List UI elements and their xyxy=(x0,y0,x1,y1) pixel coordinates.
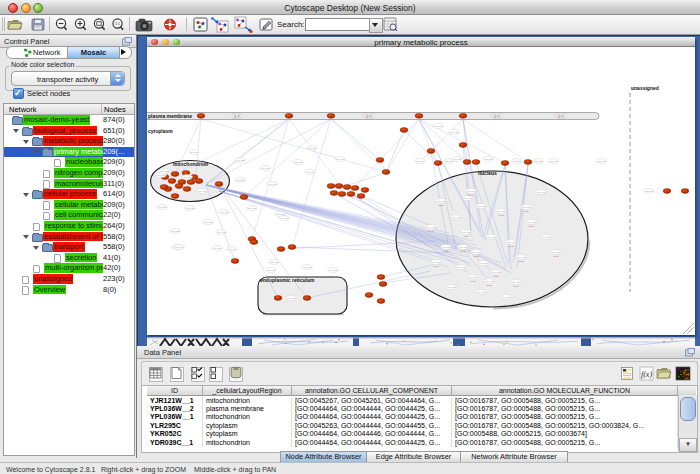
svg-text:Yxx-xW: Yxx-xW xyxy=(303,266,312,269)
svg-text:Yxx-xW: Yxx-xW xyxy=(527,221,536,224)
svg-text:Yxx-xW: Yxx-xW xyxy=(217,231,226,234)
svg-text:plasma membrane: plasma membrane xyxy=(148,113,192,119)
svg-text:0x45: 0x45 xyxy=(553,255,559,258)
svg-text:Yxx-xW: Yxx-xW xyxy=(270,261,279,264)
svg-text:0x45: 0x45 xyxy=(518,260,524,263)
svg-text:[y-x]: [y-x] xyxy=(366,114,372,118)
svg-text:Yxx-xW: Yxx-xW xyxy=(447,286,456,289)
svg-text:Yxx-xW: Yxx-xW xyxy=(236,179,245,182)
svg-text:Yxx-xW: Yxx-xW xyxy=(507,241,516,244)
svg-text:Yxx-xW: Yxx-xW xyxy=(186,207,195,210)
svg-text:Yxx-xW: Yxx-xW xyxy=(477,205,486,208)
svg-text:Yxx-xW: Yxx-xW xyxy=(204,221,213,224)
svg-text:Yxx-xW: Yxx-xW xyxy=(427,226,436,229)
svg-text:Yxx-xW: Yxx-xW xyxy=(198,190,207,193)
svg-text:Yxx-xW: Yxx-xW xyxy=(487,236,496,239)
svg-text:Yxx-xW: Yxx-xW xyxy=(534,160,543,163)
svg-text:[y-x]: [y-x] xyxy=(494,114,500,118)
svg-text:Yxx-xW: Yxx-xW xyxy=(512,281,521,284)
svg-text:0x45: 0x45 xyxy=(443,250,449,253)
svg-text:0x45: 0x45 xyxy=(428,230,434,233)
svg-text:0x45: 0x45 xyxy=(473,255,479,258)
svg-text:Yxx-xW: Yxx-xW xyxy=(502,296,511,299)
svg-text:Yxx-xW: Yxx-xW xyxy=(442,246,451,249)
svg-text:1:1: 1:1 xyxy=(115,22,120,26)
svg-text:Yxx-xW: Yxx-xW xyxy=(336,158,345,161)
svg-text:Yxx-xW: Yxx-xW xyxy=(472,251,481,254)
svg-text:Yxx-xW: Yxx-xW xyxy=(537,191,546,194)
svg-text:0x45: 0x45 xyxy=(513,285,519,288)
svg-text:Yxx-xW: Yxx-xW xyxy=(484,158,493,161)
svg-text:0x45: 0x45 xyxy=(460,250,466,253)
svg-text:Yxx-xW: Yxx-xW xyxy=(171,230,180,233)
svg-text:Yxx-xW: Yxx-xW xyxy=(522,206,531,209)
svg-text:Yxx-xW: Yxx-xW xyxy=(183,176,192,179)
svg-text:Yxx-xW: Yxx-xW xyxy=(492,271,501,274)
svg-text:Yxx-xW: Yxx-xW xyxy=(158,206,167,209)
svg-text:Yxx-xW: Yxx-xW xyxy=(453,158,462,161)
svg-text:Yxx-xW: Yxx-xW xyxy=(485,280,494,283)
svg-text:Yxx-xW: Yxx-xW xyxy=(308,147,317,150)
svg-text:[y-x]: [y-x] xyxy=(558,114,564,118)
svg-text:0x45: 0x45 xyxy=(470,280,476,283)
svg-text:nucleus: nucleus xyxy=(478,170,497,176)
svg-text:Yxx-xW: Yxx-xW xyxy=(236,159,245,162)
svg-text:Yxx-xW: Yxx-xW xyxy=(645,190,654,193)
svg-text:Yxx-xW: Yxx-xW xyxy=(477,291,486,294)
svg-text:Yxx-xW: Yxx-xW xyxy=(248,207,257,210)
svg-text:Yxx-xW: Yxx-xW xyxy=(437,200,446,203)
svg-text:Yxx-xW: Yxx-xW xyxy=(457,266,466,269)
svg-text:Yxx-xW: Yxx-xW xyxy=(459,246,468,249)
svg-text:0x45: 0x45 xyxy=(463,235,469,238)
svg-text:Yxx-xW: Yxx-xW xyxy=(552,251,561,254)
svg-text:Yxx-xW: Yxx-xW xyxy=(450,131,459,134)
svg-text:Yxx-xW: Yxx-xW xyxy=(287,297,296,300)
svg-text:Yxx-xW: Yxx-xW xyxy=(268,183,277,186)
svg-text:Yxx-xW: Yxx-xW xyxy=(157,174,166,177)
svg-text:0x45: 0x45 xyxy=(433,265,439,268)
svg-text:Yxx-xW: Yxx-xW xyxy=(329,269,338,272)
svg-text:Yxx-xW: Yxx-xW xyxy=(467,190,476,193)
svg-text:Yxx-xW: Yxx-xW xyxy=(294,161,303,164)
svg-text:Yxx-xW: Yxx-xW xyxy=(434,125,443,128)
svg-text:Yxx-xW: Yxx-xW xyxy=(497,210,506,213)
svg-text:Yxx-xW: Yxx-xW xyxy=(469,276,478,279)
svg-text:Yxx-xW: Yxx-xW xyxy=(160,170,169,173)
svg-text:0x45: 0x45 xyxy=(523,210,529,213)
svg-text:0x45: 0x45 xyxy=(528,225,534,228)
svg-text:Yxx-xW: Yxx-xW xyxy=(213,247,222,250)
svg-text:0x45: 0x45 xyxy=(498,214,504,217)
svg-text:f(x): f(x) xyxy=(641,370,652,379)
svg-text:Yxx-xW: Yxx-xW xyxy=(517,256,526,259)
svg-text:Yxx-xW: Yxx-xW xyxy=(280,217,289,220)
svg-text:Yxx-xW: Yxx-xW xyxy=(597,160,606,163)
svg-text:Yxx-xW: Yxx-xW xyxy=(464,197,473,200)
svg-text:Yxx-xW: Yxx-xW xyxy=(306,171,315,174)
svg-text:Yxx-xW: Yxx-xW xyxy=(228,248,237,251)
svg-text:0x45: 0x45 xyxy=(468,194,474,197)
svg-text:Yxx-xW: Yxx-xW xyxy=(479,262,488,265)
svg-text:Yxx-xW: Yxx-xW xyxy=(261,167,270,170)
svg-text:[y-x]: [y-x] xyxy=(234,114,240,118)
svg-text:Yxx-xW: Yxx-xW xyxy=(513,160,522,163)
svg-text:cytoplasm: cytoplasm xyxy=(148,128,173,134)
svg-text:Yxx-xW: Yxx-xW xyxy=(432,261,441,264)
svg-text:Yxx-xW: Yxx-xW xyxy=(452,216,461,219)
svg-text:0x45: 0x45 xyxy=(493,275,499,278)
svg-text:Yxx-xW: Yxx-xW xyxy=(462,231,471,234)
svg-text:Yxx-xW: Yxx-xW xyxy=(549,160,558,163)
svg-text:Yxx-xW: Yxx-xW xyxy=(416,160,425,163)
svg-text:Yxx-xW: Yxx-xW xyxy=(267,269,276,272)
svg-text:Yxx-xW: Yxx-xW xyxy=(175,246,184,249)
svg-text:Yxx-xW: Yxx-xW xyxy=(220,211,229,214)
svg-text:unassigned: unassigned xyxy=(631,85,659,91)
svg-text:0x45: 0x45 xyxy=(438,204,444,207)
svg-text:Yxx-xW: Yxx-xW xyxy=(542,236,551,239)
svg-text:0x45: 0x45 xyxy=(486,284,492,287)
svg-text:0x45: 0x45 xyxy=(508,245,514,248)
svg-text:Yxx-xW: Yxx-xW xyxy=(190,151,199,154)
